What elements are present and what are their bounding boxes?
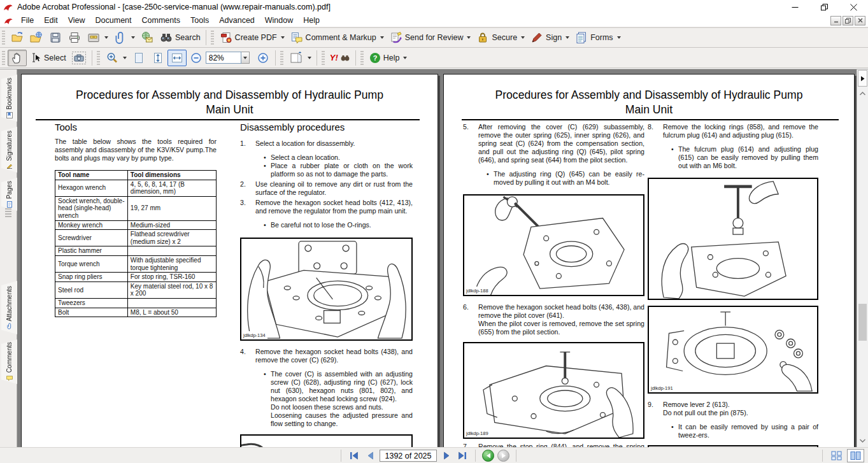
send-review-button[interactable]: Send for Review [387, 29, 474, 46]
window-close-button[interactable] [839, 0, 868, 14]
toolbar-grip[interactable] [2, 31, 5, 45]
step-1: 1. Select a location for disassembly. •S… [240, 139, 413, 178]
tab-comments[interactable]: Comments [1, 339, 17, 384]
tab-signatures-label: Signatures [6, 131, 13, 161]
menu-document[interactable]: Document [90, 15, 137, 26]
figure-jdlkdp-191: jdlkdp-191 [648, 306, 818, 394]
page-display-button[interactable] [286, 50, 314, 66]
create-pdf-button[interactable]: Create PDF [217, 29, 287, 46]
attach-dropdown[interactable] [131, 36, 135, 39]
toolbar-separator [206, 30, 206, 45]
window-restore-button[interactable] [809, 0, 839, 14]
send-review-dropdown[interactable] [467, 36, 471, 39]
open-web-button[interactable] [27, 29, 46, 46]
step-9: 9. Remove lever 2 (613). Do not pull out… [648, 401, 818, 439]
menu-view[interactable]: View [63, 15, 90, 26]
navigation-tab-strip: Bookmarks Signatures Pages Attachments C… [0, 69, 17, 447]
table-cell: Key material steel rod, 10 x 8 x 200 [127, 281, 216, 298]
print-button[interactable] [65, 29, 84, 46]
table-cell: Tweezers [55, 298, 128, 308]
attach-button[interactable] [111, 29, 138, 46]
menu-comments[interactable]: Comments [137, 15, 185, 26]
actual-size-button[interactable] [129, 50, 148, 66]
menu-tools[interactable]: Tools [185, 15, 214, 26]
doc-restore-button[interactable] [843, 16, 853, 25]
zoom-level-input[interactable] [206, 52, 241, 64]
pane-toggle-button[interactable] [858, 70, 867, 87]
page-layout-controls [819, 449, 864, 462]
page-title: Procedures for Assembly and Disassembly … [45, 88, 415, 117]
scroll-up-arrow[interactable] [857, 89, 868, 99]
doc-close-button[interactable] [855, 16, 865, 25]
page-number-input[interactable] [380, 450, 437, 462]
sign-button[interactable]: Sign [527, 29, 572, 46]
zoom-in-button[interactable] [253, 50, 273, 66]
table-row: Hexagon wrench4, 5, 6, 8, 14, 17 (B dime… [55, 180, 217, 196]
next-page-button[interactable] [440, 450, 453, 462]
toolbar-grip[interactable] [280, 51, 283, 65]
menu-window[interactable]: Window [260, 15, 298, 26]
window-minimize-button[interactable] [780, 0, 809, 14]
help-button[interactable]: ?Help [366, 50, 410, 66]
table-cell: Hexagon wrench [55, 180, 128, 196]
scrollbar-thumb[interactable] [858, 304, 867, 341]
create-pdf-dropdown[interactable] [281, 36, 285, 39]
help-dropdown[interactable] [403, 57, 407, 59]
yahoo-search-button[interactable]: Y! [327, 50, 353, 66]
tab-signatures[interactable]: Signatures [1, 127, 17, 173]
doc-minimize-button[interactable] [830, 16, 841, 25]
secure-label: Secure [492, 33, 517, 42]
secure-button[interactable]: Secure [473, 29, 527, 46]
pane-splitter-handle[interactable] [5, 208, 11, 218]
toolbar-grip[interactable] [97, 51, 100, 65]
zoom-level-dropdown[interactable] [241, 52, 250, 64]
previous-page-button[interactable] [364, 450, 376, 462]
tab-bookmarks[interactable]: Bookmarks [1, 75, 17, 122]
open-button[interactable] [8, 29, 27, 46]
select-tool-button[interactable]: Select [27, 50, 69, 66]
menu-edit[interactable]: Edit [39, 15, 63, 26]
zoom-out-button[interactable] [187, 50, 206, 66]
comment-markup-button[interactable]: Comment & Markup [287, 29, 387, 46]
next-view-button[interactable] [497, 450, 509, 462]
fit-height-button[interactable] [148, 50, 167, 66]
sign-label: Sign [546, 33, 562, 42]
scroll-down-arrow[interactable] [857, 436, 868, 446]
toolbar-grip[interactable] [360, 51, 364, 65]
snapshot-tool-button[interactable] [69, 50, 89, 66]
organizer-dropdown[interactable] [104, 36, 108, 39]
toolbar-grip[interactable] [211, 31, 214, 45]
toolbar-separator [92, 50, 92, 66]
tab-attachments[interactable]: Attachments [1, 281, 17, 334]
search-button[interactable]: Search [157, 29, 203, 46]
forms-dropdown[interactable] [617, 36, 621, 39]
document-area[interactable]: Procedures for Assembly and Disassembly … [17, 69, 857, 447]
vertical-scrollbar[interactable] [857, 69, 868, 447]
menu-advanced[interactable]: Advanced [214, 15, 260, 26]
sign-dropdown[interactable] [566, 36, 569, 39]
first-page-button[interactable] [348, 450, 360, 462]
document-pdf-icon [4, 17, 13, 25]
tab-pages[interactable]: Pages [1, 178, 17, 211]
menu-file[interactable]: File [16, 15, 39, 26]
organizer-button[interactable] [84, 29, 111, 46]
table-header: Tool dimensions [127, 171, 216, 180]
last-page-button[interactable] [456, 450, 469, 462]
zoom-tool-dropdown[interactable] [123, 57, 127, 59]
fit-width-button[interactable] [167, 50, 187, 66]
previous-view-button[interactable] [482, 450, 494, 462]
toolbar-grip[interactable] [2, 51, 5, 65]
toolbar-grip[interactable] [322, 51, 325, 65]
page-display-dropdown[interactable] [308, 57, 311, 59]
facing-pages-layout-button[interactable] [847, 449, 864, 462]
comment-markup-dropdown[interactable] [380, 36, 384, 39]
save-button[interactable] [46, 29, 65, 46]
secure-dropdown[interactable] [521, 36, 525, 39]
menu-help[interactable]: Help [298, 15, 325, 26]
right-page-column-1: 5. After removing the cover (C) (629) su… [463, 123, 644, 447]
continuous-facing-layout-button[interactable] [828, 449, 845, 462]
forms-button[interactable]: Forms [572, 29, 623, 46]
email-button[interactable] [138, 29, 157, 46]
zoom-tool-button[interactable] [103, 50, 129, 66]
hand-tool-button[interactable] [8, 50, 27, 66]
